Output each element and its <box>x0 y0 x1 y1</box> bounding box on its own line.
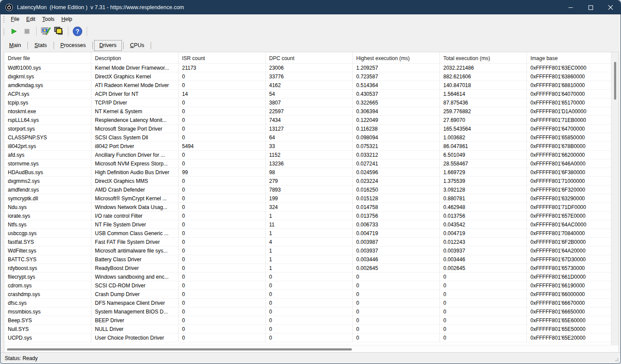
cell-dpc: 33 <box>266 142 353 151</box>
table-row[interactable]: usbccgp.sysUSB Common Class Generic ...0… <box>4 229 611 238</box>
table-row[interactable]: ACPI.sysACPI Driver for NT14540.4305371.… <box>4 90 611 98</box>
cell-dpc: 324 <box>266 203 353 212</box>
horizontal-scrollbar-thumb[interactable] <box>7 348 352 351</box>
header-total-execution[interactable]: Total execution (ms) <box>440 52 527 64</box>
resize-grip[interactable] <box>614 357 618 361</box>
cell-total: 0 <box>440 307 527 316</box>
vertical-scrollbar[interactable] <box>611 52 618 345</box>
table-row[interactable]: dxgmms2.sysDirectX Graphics MMS02790.023… <box>4 177 611 185</box>
cell-highest: 0.013756 <box>353 212 440 220</box>
play-icon <box>10 28 17 35</box>
start-monitor-button[interactable] <box>7 25 20 37</box>
cell-total: 1.375539 <box>440 177 527 185</box>
cell-highest: 0.016250 <box>353 185 440 194</box>
header-description[interactable]: Description <box>91 52 179 64</box>
cell-file: dxgmms2.sys <box>4 177 91 185</box>
header-highest-execution[interactable]: Highest execution (ms) <box>353 52 440 64</box>
table-row[interactable]: Null.SYSNULL Driver00000xFFFFF801'65E500… <box>4 325 611 334</box>
table-row[interactable]: symcryptk.dllMicrosoft® SymCrypt Kernel … <box>4 194 611 203</box>
table-row[interactable]: mssmbios.sysSystem Management BIOS D...0… <box>4 307 611 316</box>
cell-image: 0xFFFFF801'63290000 <box>527 194 611 203</box>
app-window: LatencyMon (Home Edition ) v 7.31 - http… <box>0 0 621 364</box>
table-row[interactable]: tcpip.sysTCP/IP Driver038070.32266587.87… <box>4 98 611 107</box>
header-isr-count[interactable]: ISR count <box>179 52 266 64</box>
cell-desc: I/O rate control Filter <box>91 212 179 220</box>
cell-highest: 1.209257 <box>353 64 440 72</box>
menu-help[interactable]: Help <box>58 15 76 24</box>
menu-tools[interactable]: Tools <box>39 15 58 24</box>
table-row[interactable]: Beep.SYSBEEP Driver00000xFFFFF801'65E600… <box>4 316 611 325</box>
close-button[interactable] <box>601 0 621 14</box>
table-row[interactable]: stornvme.sysMicrosoft NVM Express Storp.… <box>4 159 611 168</box>
cell-desc: NT File System Driver <box>91 220 179 229</box>
table-row[interactable]: iorate.sysI/O rate control Filter010.013… <box>4 212 611 220</box>
cell-dpc: 33776 <box>266 72 353 81</box>
cell-dpc: 4 <box>266 238 353 246</box>
table-row[interactable]: rdyboost.sysReadyBoost Driver010.0026450… <box>4 264 611 273</box>
tab-main[interactable]: Main <box>4 40 26 51</box>
cell-isr: 0 <box>179 185 266 194</box>
cell-file: rspLLL64.sys <box>4 116 91 125</box>
help-button[interactable]: ? <box>71 25 84 37</box>
table-row[interactable]: Wdf01000.sysKernel Mode Driver Framewor.… <box>4 64 611 72</box>
table-row[interactable]: BATTC.SYSBattery Class Driver010.0034460… <box>4 255 611 264</box>
tab-drivers[interactable]: Drivers <box>94 40 122 51</box>
table-row[interactable]: i8042prt.sysi8042 Port Driver5494330.075… <box>4 142 611 151</box>
cell-file: fastfat.SYS <box>4 238 91 246</box>
table-row[interactable]: crashdmp.sysCrash Dump Driver00000xFFFFF… <box>4 290 611 299</box>
table-row[interactable]: afd.sysAncillary Function Driver for ...… <box>4 151 611 159</box>
cell-dpc: 7434 <box>266 116 353 125</box>
table-row[interactable]: filecrypt.sysWindows sandboxing and enc.… <box>4 273 611 281</box>
cell-total: 3.092128 <box>440 185 527 194</box>
tab-cpus[interactable]: CPUs <box>125 40 150 51</box>
tab-stats[interactable]: Stats <box>29 40 52 51</box>
cell-total: 0.003446 <box>440 255 527 264</box>
table-row[interactable]: cdrom.sysSCSI CD-ROM Driver00000xFFFFF80… <box>4 281 611 290</box>
cell-desc: SCSI CD-ROM Driver <box>91 281 179 290</box>
table-row[interactable]: CLASSPNP.SYSSCSI Class System Dll0640.09… <box>4 133 611 142</box>
table-row[interactable]: dxgkrnl.sysDirectX Graphics Kernel033776… <box>4 72 611 81</box>
toolbar-gripper[interactable] <box>3 28 5 35</box>
cell-desc: Resplendence Latency Monit... <box>91 116 179 125</box>
table-row[interactable]: dfsc.sysDFS Namespace Client Driver00000… <box>4 299 611 307</box>
cell-total: 0.880781 <box>440 194 527 203</box>
vertical-scrollbar-thumb[interactable] <box>614 62 616 100</box>
cell-highest: 0.003446 <box>353 255 440 264</box>
horizontal-scrollbar[interactable] <box>4 345 618 353</box>
table-row[interactable]: amdfendr.sysAMD Crash Defender078930.016… <box>4 185 611 194</box>
tab-processes[interactable]: Processes <box>55 40 91 51</box>
cell-isr: 0 <box>179 238 266 246</box>
cell-file: i8042prt.sys <box>4 142 91 151</box>
menu-file[interactable]: File <box>7 15 23 24</box>
minimize-button[interactable] <box>560 0 580 14</box>
table-row[interactable]: WdFilter.sysMicrosoft antimalware file s… <box>4 246 611 255</box>
table-row[interactable]: fastfat.SYSFast FAT File System Driver04… <box>4 238 611 246</box>
cell-highest: 0.306394 <box>353 107 440 116</box>
table-row[interactable]: rspLLL64.sysResplendence Latency Monit..… <box>4 116 611 125</box>
windows-stack-button[interactable] <box>52 25 65 37</box>
header-dpc-count[interactable]: DPC count <box>266 52 353 64</box>
table-row[interactable]: Ntfs.sysNT File System Driver0110.006733… <box>4 220 611 229</box>
cell-highest: 0.033212 <box>353 151 440 159</box>
menubar-gripper[interactable] <box>3 16 5 23</box>
cell-image: 0xFFFFF801'66000000 <box>527 290 611 299</box>
stacked-windows-icon <box>53 26 64 37</box>
table-row[interactable]: storport.sysMicrosoft Storage Port Drive… <box>4 125 611 133</box>
cell-isr: 0 <box>179 264 266 273</box>
header-driver-file[interactable]: Driver file <box>4 52 91 64</box>
tools-button[interactable] <box>39 25 52 37</box>
table-row[interactable]: Ndu.sysWindows Network Data Usag...03240… <box>4 203 611 212</box>
menu-edit[interactable]: Edit <box>23 15 39 24</box>
cell-image: 0xFFFFF801'661D0000 <box>527 273 611 281</box>
table-row[interactable]: HDAudBus.sysHigh Definition Audio Bus Dr… <box>4 168 611 177</box>
header-image-base[interactable]: Image base <box>527 52 611 64</box>
maximize-button[interactable] <box>580 0 601 14</box>
cell-image: 0xFFFFF801'D1A00000 <box>527 107 611 116</box>
cell-dpc: 23006 <box>266 64 353 72</box>
cell-highest: 0 <box>353 299 440 307</box>
cell-file: filecrypt.sys <box>4 273 91 281</box>
stop-monitor-button[interactable] <box>20 25 34 37</box>
table-row[interactable]: amdkmdag.sysATI Radeon Kernel Mode Drive… <box>4 81 611 90</box>
table-row[interactable]: UCPD.sysUser Choice Protection Driver000… <box>4 334 611 342</box>
table-row[interactable]: ntoskrnl.exeNT Kernel & System0225970.30… <box>4 107 611 116</box>
